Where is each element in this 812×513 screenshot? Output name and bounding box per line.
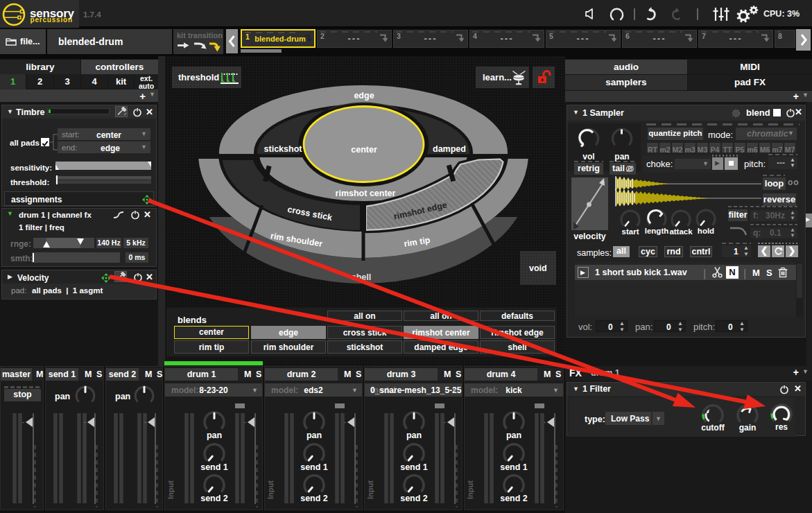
svg-text:damped: damped <box>433 144 466 154</box>
svg-text:rimshot center: rimshot center <box>336 189 396 198</box>
svg-text:edge: edge <box>354 91 374 101</box>
svg-text:shell: shell <box>352 272 372 282</box>
svg-text:center: center <box>351 145 377 155</box>
svg-text:stickshot: stickshot <box>264 144 303 154</box>
